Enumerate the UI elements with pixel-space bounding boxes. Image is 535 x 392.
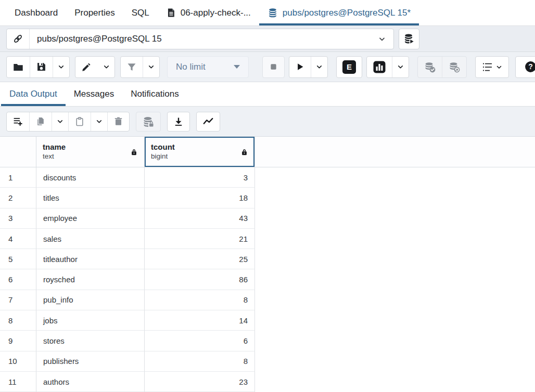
row-number-cell[interactable]: 4	[0, 229, 36, 249]
filter-options-chevron[interactable]	[143, 57, 159, 77]
numbered-list-icon	[481, 61, 494, 73]
macros-group	[475, 56, 509, 78]
tname-cell[interactable]: employee	[36, 208, 145, 229]
tname-cell[interactable]: titles	[36, 188, 145, 208]
tname-cell[interactable]: stores	[36, 331, 145, 351]
tcount-cell[interactable]: 3	[145, 167, 255, 188]
chevron-down-icon	[315, 63, 323, 71]
tab-label: Data Output	[9, 89, 57, 99]
transaction-group	[417, 56, 467, 78]
row-limit-select[interactable]: No limit	[167, 56, 249, 78]
new-connection-button[interactable]	[399, 29, 419, 49]
execute-button[interactable]	[289, 57, 311, 77]
tcount-cell[interactable]: 23	[145, 372, 255, 392]
save-file-button[interactable]	[30, 57, 53, 77]
tab-label: pubs/postgres@PostgreSQL 15*	[283, 8, 411, 18]
tcount-cell[interactable]: 18	[145, 188, 255, 208]
chevron-down-icon	[147, 63, 155, 71]
tab-label: SQL	[132, 8, 149, 18]
tab-label: 06-apply-check-...	[181, 8, 251, 18]
table-row: 10 publishers 8	[0, 351, 535, 372]
file-icon	[166, 8, 176, 18]
copy-button[interactable]	[29, 112, 52, 131]
edit-button[interactable]	[75, 57, 98, 77]
row-number-cell[interactable]: 10	[0, 351, 36, 372]
tname-cell[interactable]: authors	[36, 372, 145, 392]
add-row-button[interactable]	[7, 112, 29, 131]
tab-messages[interactable]: Messages	[66, 82, 122, 106]
tcount-cell[interactable]: 8	[145, 290, 255, 310]
tab-sql[interactable]: SQL	[123, 0, 158, 25]
bar-chart-icon	[373, 60, 386, 74]
paste-button[interactable]	[68, 112, 91, 131]
tname-cell[interactable]: discounts	[36, 167, 145, 188]
column-header-tname[interactable]: tname text	[36, 137, 145, 167]
commit-button[interactable]	[418, 57, 442, 77]
download-results-button[interactable]	[167, 112, 190, 132]
tcount-cell[interactable]: 6	[145, 331, 255, 351]
row-number-cell[interactable]: 2	[0, 188, 36, 208]
tab-label: Dashboard	[15, 8, 58, 18]
tab-properties[interactable]: Properties	[66, 0, 123, 25]
main-toolbar: No limit E	[0, 52, 535, 82]
open-file-button[interactable]	[7, 57, 30, 77]
tcount-cell[interactable]: 43	[145, 208, 255, 229]
row-number-cell[interactable]: 1	[0, 167, 36, 188]
tname-cell[interactable]: publishers	[36, 351, 145, 372]
connection-select[interactable]: pubs/postgres@PostgreSQL 15	[6, 29, 394, 49]
tcount-cell[interactable]: 8	[145, 351, 255, 372]
svg-text:?: ?	[528, 62, 533, 71]
tname-cell[interactable]: jobs	[36, 310, 145, 331]
lock-icon	[240, 148, 248, 156]
row-number-cell[interactable]: 11	[0, 372, 36, 392]
filter-button[interactable]	[121, 57, 143, 77]
tab-pubs-postgres-postgresql-15[interactable]: pubs/postgres@PostgreSQL 15*	[259, 0, 419, 25]
copy-options-chevron[interactable]	[52, 112, 68, 131]
row-number-cell[interactable]: 7	[0, 290, 36, 310]
tcount-cell[interactable]: 86	[145, 269, 255, 290]
explain-analyze-button[interactable]	[367, 57, 392, 77]
execute-options-chevron[interactable]	[311, 57, 327, 77]
tab-dashboard[interactable]: Dashboard	[6, 0, 66, 25]
tab-data-output[interactable]: Data Output	[1, 82, 66, 106]
play-icon	[295, 62, 305, 72]
tname-cell[interactable]: titleauthor	[36, 249, 145, 269]
tab-06-apply-check[interactable]: 06-apply-check-...	[158, 0, 259, 25]
copy-icon	[35, 116, 46, 127]
rollback-button[interactable]	[442, 57, 466, 77]
data-output-grid: tname text tcount bigint	[0, 136, 535, 392]
tname-cell[interactable]: sales	[36, 229, 145, 249]
database-rollback-icon	[448, 61, 461, 73]
explain-options-chevron[interactable]	[392, 57, 409, 77]
query-tool-window: Dashboard Properties SQL 06-apply-check-…	[0, 0, 535, 392]
row-number-cell[interactable]: 5	[0, 249, 36, 269]
row-number-cell[interactable]: 9	[0, 331, 36, 351]
add-row-icon	[12, 116, 23, 127]
tname-cell[interactable]: pub_info	[36, 290, 145, 310]
row-number-cell[interactable]: 8	[0, 310, 36, 331]
trash-icon	[113, 116, 123, 126]
save-data-button[interactable]	[136, 112, 161, 132]
explain-button[interactable]: E	[336, 56, 362, 78]
chevron-down-icon	[57, 63, 65, 71]
help-button[interactable]: ?	[515, 56, 535, 78]
tab-notifications[interactable]: Notifications	[122, 82, 187, 106]
macros-button[interactable]	[476, 57, 508, 77]
tcount-cell[interactable]: 25	[145, 249, 255, 269]
edit-options-chevron[interactable]	[98, 57, 114, 77]
tcount-cell[interactable]: 21	[145, 229, 255, 249]
download-icon	[173, 116, 184, 127]
filter-button-group	[120, 56, 160, 78]
save-options-chevron[interactable]	[53, 57, 69, 77]
tcount-cell[interactable]: 14	[145, 310, 255, 331]
tname-cell[interactable]: roysched	[36, 269, 145, 290]
column-header-tcount[interactable]: tcount bigint	[145, 137, 255, 167]
row-number-cell[interactable]: 6	[0, 269, 36, 290]
graph-visualiser-button[interactable]	[196, 112, 220, 132]
cancel-query-button[interactable]	[262, 56, 285, 78]
select-all-cell[interactable]	[0, 137, 36, 167]
row-number-cell[interactable]: 3	[0, 208, 36, 229]
paste-options-chevron[interactable]	[91, 112, 107, 131]
delete-row-button[interactable]	[107, 112, 129, 131]
lock-icon	[130, 148, 138, 156]
